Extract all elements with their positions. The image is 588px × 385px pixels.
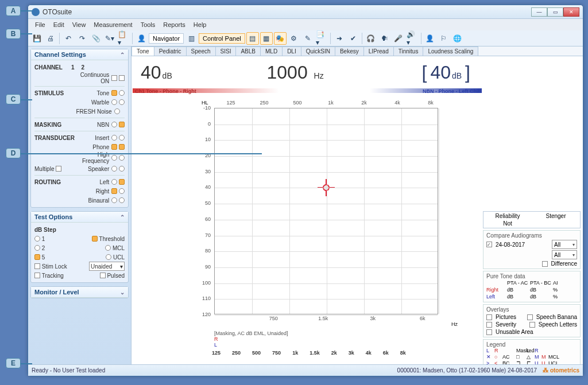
globe-icon[interactable]: 🌐 (451, 32, 464, 45)
tab-lipread[interactable]: LIPread (363, 46, 394, 56)
control-panel-button[interactable]: Control Panel (199, 33, 245, 44)
menu-view[interactable]: View (69, 20, 90, 29)
mcl-radio[interactable] (105, 245, 111, 251)
collapse-icon[interactable]: ⌃ (120, 52, 125, 58)
ov-banana-checkbox[interactable] (527, 314, 533, 320)
trans-hf-ch2[interactable] (119, 155, 125, 161)
tracking-checkbox[interactable] (34, 273, 40, 278)
close-button[interactable]: ✕ (563, 7, 579, 17)
tab-mld[interactable]: MLD (260, 46, 283, 56)
trans-phone-ch2[interactable] (119, 144, 125, 150)
minimize-button[interactable]: — (531, 7, 547, 17)
tool-c-icon[interactable]: 📑▾ (315, 32, 328, 45)
ucl-radio[interactable] (106, 254, 111, 260)
tab-dli[interactable]: DLI (282, 46, 301, 56)
collapse-icon[interactable]: ⌃ (120, 214, 125, 220)
ch1-level: 40dB (141, 62, 172, 83)
edit-icon[interactable]: ✎▾ (103, 32, 116, 45)
tab-quicksin[interactable]: QuickSIN (301, 46, 335, 56)
expand-icon[interactable]: ⌄ (120, 289, 125, 295)
menu-tools[interactable]: Tools (137, 20, 159, 29)
compare-select-2[interactable]: All▾ (552, 250, 577, 259)
pref-icon[interactable]: ⚐ (438, 32, 450, 45)
trans-hf-ch1[interactable] (111, 155, 117, 161)
route-left-ch2[interactable] (119, 179, 125, 185)
route-right-ch2[interactable] (119, 188, 125, 194)
maximize-button[interactable]: ▭ (547, 7, 563, 17)
headset-icon[interactable]: 🎧 (365, 32, 377, 45)
layout2-icon[interactable]: ▦ (260, 32, 273, 45)
tab-loudness[interactable]: Loudness Scaling (423, 46, 478, 56)
menu-measurement[interactable]: Measurement (90, 20, 136, 29)
tab-tone[interactable]: Tone (131, 46, 154, 56)
forward-icon[interactable]: ➜ (333, 32, 346, 45)
save-icon[interactable]: 💾 (30, 32, 43, 45)
step-2-radio[interactable] (34, 245, 40, 251)
tab-bekesy[interactable]: Bekesy (335, 46, 364, 56)
compare-date-checkbox[interactable] (486, 242, 492, 247)
tool-b-icon[interactable]: ✎ (301, 32, 314, 45)
stim-tone-ch1[interactable] (111, 90, 117, 96)
tab-sisi[interactable]: SISI (215, 46, 237, 56)
print-icon[interactable]: 🖨 (44, 32, 57, 45)
pulsed-checkbox[interactable] (100, 273, 106, 278)
tab-tinnitus[interactable]: Tinnitus (393, 46, 424, 56)
step-1-radio[interactable] (34, 236, 40, 242)
step-5-radio[interactable] (34, 254, 40, 260)
ov-unusable-checkbox[interactable] (486, 329, 492, 335)
compare-select-1[interactable]: All▾ (552, 240, 577, 249)
stim-warble-ch2[interactable] (119, 99, 125, 105)
copy-icon[interactable]: 📋▾ (117, 32, 130, 45)
ov-letters-checkbox[interactable] (529, 322, 535, 328)
check-icon[interactable]: ✔ (347, 32, 359, 45)
stim-fresh-ch1[interactable] (114, 108, 120, 114)
speaker-icon[interactable]: 🔊▾ (406, 32, 419, 45)
route-left-ch1[interactable] (111, 179, 117, 185)
menu-file[interactable]: File (32, 20, 49, 29)
trans-speaker: Speaker (61, 166, 111, 172)
difference-checkbox[interactable] (542, 261, 548, 267)
mask-ch2[interactable] (119, 122, 125, 127)
cont-ch1-checkbox[interactable] (111, 75, 117, 81)
reliability-value[interactable]: Not (483, 220, 532, 227)
stim-warble-ch1[interactable] (111, 99, 117, 105)
trans-insert-ch2[interactable] (119, 135, 125, 141)
trans-insert-ch1[interactable] (111, 135, 117, 141)
multiple-checkbox[interactable] (56, 166, 61, 172)
panel-icon[interactable]: ▥ (185, 32, 198, 45)
menu-edit[interactable]: Edit (50, 20, 68, 29)
tool-a-icon[interactable]: ⚙ (288, 32, 300, 45)
audiogram-grid[interactable] (214, 108, 438, 314)
aidmode-select[interactable]: Unaided▾ (89, 262, 125, 271)
attach-icon[interactable]: 📎 (90, 32, 102, 45)
redo-icon[interactable]: ↷ (76, 32, 88, 45)
route-bin-ch2[interactable] (119, 197, 125, 203)
mask-ch1[interactable] (111, 122, 117, 127)
right-panel: ReliabilityNot Stenger Compare Audiogram… (483, 211, 581, 364)
person-icon[interactable]: 👤 (135, 32, 148, 45)
talk-icon[interactable]: 🗣 (378, 32, 391, 45)
undo-icon[interactable]: ↶ (62, 32, 75, 45)
stimlock-checkbox[interactable] (34, 263, 40, 269)
route-right-ch1[interactable] (111, 188, 117, 194)
threshold-radio[interactable] (92, 236, 98, 242)
stim-tone-ch2[interactable] (119, 90, 125, 96)
audiogram[interactable]: HL 1252505001k2k4k8k -100102030405060708… (195, 100, 447, 329)
menu-reports[interactable]: Reports (160, 20, 189, 29)
tab-speech[interactable]: Speech (186, 46, 216, 56)
menu-help[interactable]: Help (190, 20, 210, 29)
tab-ablb[interactable]: ABLB (235, 46, 261, 56)
cont-ch2-checkbox[interactable] (119, 75, 125, 81)
user-icon[interactable]: 👤 (424, 32, 436, 45)
trans-phone-ch1[interactable] (111, 144, 117, 150)
trans-speaker-ch1[interactable] (111, 166, 117, 172)
ov-pictures-checkbox[interactable] (486, 314, 492, 320)
mic-icon[interactable]: 🎤 (392, 32, 405, 45)
layout1-icon[interactable]: ▤ (246, 32, 259, 45)
navigator-button[interactable]: Navigator (149, 33, 184, 44)
tab-pediatric[interactable]: Pediatric (154, 46, 187, 56)
trans-speaker-ch2[interactable] (119, 166, 125, 172)
ov-severity-checkbox[interactable] (486, 322, 492, 328)
route-bin-ch1[interactable] (111, 197, 117, 203)
mask-icon[interactable]: 🎭 (274, 32, 287, 45)
